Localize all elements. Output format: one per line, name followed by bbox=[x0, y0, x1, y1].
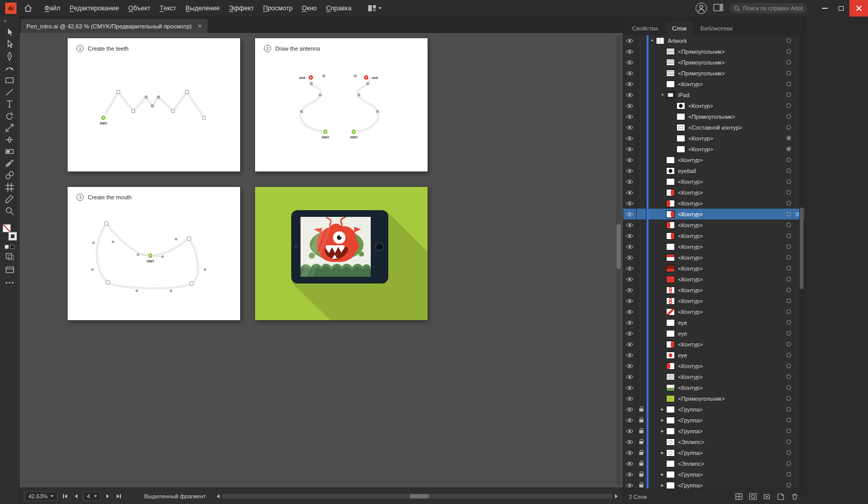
target-circle[interactable] bbox=[786, 71, 791, 75]
width-tool[interactable] bbox=[2, 134, 18, 146]
target-circle[interactable] bbox=[786, 158, 791, 162]
layer-row[interactable]: <Прямоугольник> bbox=[623, 393, 804, 404]
scrollbar-thumb[interactable] bbox=[800, 208, 803, 289]
lock-cell[interactable] bbox=[637, 393, 646, 404]
zoom-control[interactable]: 42,63% bbox=[25, 492, 57, 501]
target-circle[interactable] bbox=[786, 233, 791, 238]
visibility-toggle[interactable] bbox=[623, 230, 637, 241]
layer-thumbnail[interactable] bbox=[666, 91, 675, 99]
visibility-toggle[interactable] bbox=[623, 78, 637, 89]
next-artboard-button[interactable] bbox=[104, 494, 111, 498]
visibility-toggle[interactable] bbox=[623, 295, 637, 306]
visibility-toggle[interactable] bbox=[623, 415, 637, 426]
layer-thumbnail[interactable] bbox=[666, 471, 675, 478]
panels-toggle-button[interactable] bbox=[713, 3, 723, 13]
visibility-toggle[interactable] bbox=[623, 219, 637, 230]
layer-thumbnail[interactable] bbox=[666, 70, 675, 77]
layer-name[interactable]: <Контур> bbox=[678, 179, 703, 185]
visibility-toggle[interactable] bbox=[623, 46, 637, 57]
layer-thumbnail[interactable] bbox=[666, 211, 675, 218]
lock-cell[interactable] bbox=[637, 154, 646, 165]
layer-row[interactable]: ▶<Группа> bbox=[623, 480, 804, 489]
artboard-1[interactable]: 1 Create the teeth start bbox=[68, 38, 240, 171]
lock-toggle[interactable] bbox=[637, 480, 646, 489]
scale-tool[interactable] bbox=[2, 122, 18, 134]
lock-cell[interactable] bbox=[637, 89, 646, 100]
layer-row[interactable]: <Контур> bbox=[623, 198, 804, 209]
target-circle[interactable] bbox=[786, 353, 791, 357]
layer-name[interactable]: <Контур> bbox=[678, 363, 703, 369]
layer-name[interactable]: <Контур> bbox=[678, 255, 703, 261]
visibility-toggle[interactable] bbox=[623, 458, 637, 469]
layer-name[interactable]: <Прямоугольник> bbox=[688, 114, 735, 120]
canvas[interactable]: 1 Create the teeth start bbox=[20, 33, 623, 487]
direct-selection-tool[interactable] bbox=[2, 39, 18, 51]
blend-tool[interactable] bbox=[2, 169, 18, 181]
layer-row[interactable]: <Контур> bbox=[623, 382, 804, 393]
layer-name[interactable]: <Эллипс> bbox=[678, 439, 704, 445]
layer-thumbnail[interactable] bbox=[666, 232, 675, 240]
layer-row[interactable]: <Прямоугольник> bbox=[623, 46, 804, 57]
eyedropper-tool[interactable] bbox=[2, 158, 18, 169]
layer-thumbnail[interactable] bbox=[666, 254, 675, 261]
visibility-toggle[interactable] bbox=[623, 241, 637, 252]
target-circle[interactable] bbox=[786, 418, 791, 422]
layer-name[interactable]: <Составной контур> bbox=[688, 124, 742, 131]
layer-name[interactable]: <Контур> bbox=[678, 287, 703, 293]
lock-cell[interactable] bbox=[637, 209, 646, 219]
layer-row[interactable]: <Контур> bbox=[623, 209, 804, 219]
layer-thumbnail[interactable] bbox=[666, 178, 675, 185]
layer-name[interactable]: <Контур> bbox=[678, 374, 703, 380]
visibility-toggle[interactable] bbox=[623, 436, 637, 447]
target-circle[interactable] bbox=[786, 212, 791, 216]
layer-name[interactable]: <Контур> bbox=[678, 341, 703, 348]
layer-row[interactable]: eye bbox=[623, 328, 804, 339]
layer-thumbnail[interactable] bbox=[666, 438, 675, 446]
layer-thumbnail[interactable] bbox=[666, 406, 675, 413]
delete-layer-button[interactable] bbox=[791, 493, 799, 500]
target-circle[interactable] bbox=[786, 114, 791, 119]
visibility-toggle[interactable] bbox=[623, 144, 637, 154]
visibility-toggle[interactable] bbox=[623, 404, 637, 415]
layer-name[interactable]: <Контур> bbox=[678, 233, 703, 239]
search-input[interactable] bbox=[743, 5, 803, 11]
target-circle[interactable] bbox=[786, 483, 791, 487]
layer-thumbnail[interactable] bbox=[666, 276, 675, 283]
canvas-vertical-scrollbar[interactable] bbox=[616, 35, 621, 485]
target-circle[interactable] bbox=[786, 223, 791, 227]
more-tools-button[interactable] bbox=[2, 277, 18, 288]
document-tab[interactable]: Pen_intro.ai @ 42,63 % (CMYK/Предварител… bbox=[21, 19, 208, 33]
layer-row[interactable]: <Контур> bbox=[623, 371, 804, 382]
target-circle[interactable] bbox=[786, 125, 791, 130]
help-search[interactable] bbox=[730, 3, 807, 13]
lock-toggle[interactable] bbox=[637, 469, 646, 480]
layer-name[interactable]: <Группа> bbox=[678, 406, 703, 413]
lock-cell[interactable] bbox=[637, 328, 646, 339]
fill-swatch[interactable] bbox=[3, 224, 11, 232]
layer-name[interactable]: <Эллипс> bbox=[678, 461, 704, 467]
layer-row[interactable]: <Контур> bbox=[623, 100, 804, 111]
target-circle[interactable] bbox=[786, 255, 791, 260]
layer-name[interactable]: <Контур> bbox=[678, 265, 703, 272]
layer-row[interactable]: <Контур> bbox=[623, 144, 804, 154]
layer-name[interactable]: <Контур> bbox=[678, 81, 703, 87]
default-swatches[interactable] bbox=[5, 245, 14, 249]
lock-toggle[interactable] bbox=[637, 426, 646, 436]
lock-cell[interactable] bbox=[637, 133, 646, 144]
zoom-tool[interactable] bbox=[2, 205, 18, 217]
layer-thumbnail[interactable] bbox=[666, 384, 675, 391]
layer-row[interactable]: eye bbox=[623, 317, 804, 328]
lock-cell[interactable] bbox=[637, 111, 646, 122]
layer-row[interactable]: ▶<Группа> bbox=[623, 426, 804, 436]
visibility-toggle[interactable] bbox=[623, 469, 637, 480]
visibility-toggle[interactable] bbox=[623, 198, 637, 209]
layer-name[interactable]: <Прямоугольник> bbox=[678, 49, 725, 55]
target-circle[interactable] bbox=[786, 147, 791, 151]
layer-thumbnail[interactable] bbox=[666, 308, 675, 316]
visibility-toggle[interactable] bbox=[623, 89, 637, 100]
artboard-2[interactable]: 2 Draw the antenna end end start start bbox=[255, 38, 428, 171]
target-circle[interactable] bbox=[786, 103, 791, 108]
lock-cell[interactable] bbox=[637, 306, 646, 317]
lock-cell[interactable] bbox=[637, 144, 646, 154]
layer-row[interactable]: <Прямоугольник> bbox=[623, 68, 804, 78]
